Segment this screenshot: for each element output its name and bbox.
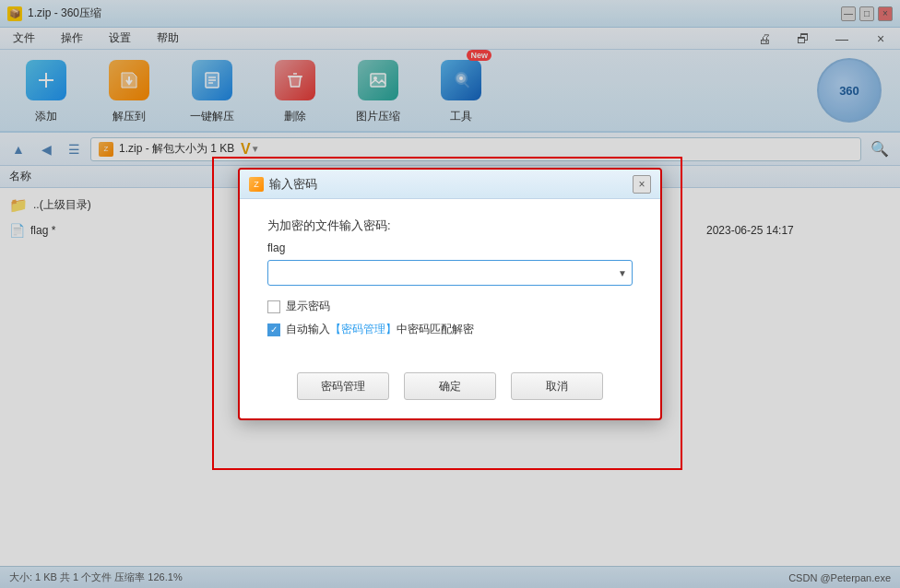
auto-input-checkbox[interactable]: ✓ bbox=[267, 323, 280, 336]
auto-input-label: 自动输入【密码管理】中密码匹配解密 bbox=[286, 322, 474, 337]
dialog-footer: 密码管理 确定 取消 bbox=[240, 363, 660, 418]
password-manager-link[interactable]: 【密码管理】 bbox=[330, 323, 397, 335]
dialog-title-left: Z 输入密码 bbox=[249, 176, 317, 193]
dropdown-arrow-icon[interactable]: ▼ bbox=[618, 268, 627, 278]
dialog-title-bar: Z 输入密码 × bbox=[240, 170, 660, 199]
password-input[interactable] bbox=[267, 260, 633, 286]
password-manage-button[interactable]: 密码管理 bbox=[297, 372, 389, 400]
show-password-checkbox[interactable] bbox=[267, 300, 280, 313]
auto-input-suffix: 中密码匹配解密 bbox=[397, 323, 474, 335]
dialog-title: 输入密码 bbox=[269, 176, 317, 193]
cancel-button[interactable]: 取消 bbox=[511, 372, 603, 400]
dialog-filename: flag bbox=[267, 241, 633, 254]
dialog-close-button[interactable]: × bbox=[633, 175, 651, 194]
show-password-label: 显示密码 bbox=[286, 299, 330, 314]
dialog-description: 为加密的文件输入密码: bbox=[267, 218, 633, 234]
auto-input-prefix: 自动输入 bbox=[286, 323, 330, 335]
confirm-button[interactable]: 确定 bbox=[404, 372, 496, 400]
dialog-app-icon: Z bbox=[249, 177, 264, 192]
auto-input-row: ✓ 自动输入【密码管理】中密码匹配解密 bbox=[267, 322, 633, 337]
password-dialog: Z 输入密码 × 为加密的文件输入密码: flag ▼ 显示密码 ✓ 自动输入【… bbox=[238, 168, 662, 420]
dialog-body: 为加密的文件输入密码: flag ▼ 显示密码 ✓ 自动输入【密码管理】中密码匹… bbox=[240, 199, 660, 363]
dialog-input-wrap: ▼ bbox=[267, 260, 633, 286]
modal-overlay: Z 输入密码 × 为加密的文件输入密码: flag ▼ 显示密码 ✓ 自动输入【… bbox=[0, 0, 900, 588]
show-password-row: 显示密码 bbox=[267, 299, 633, 314]
